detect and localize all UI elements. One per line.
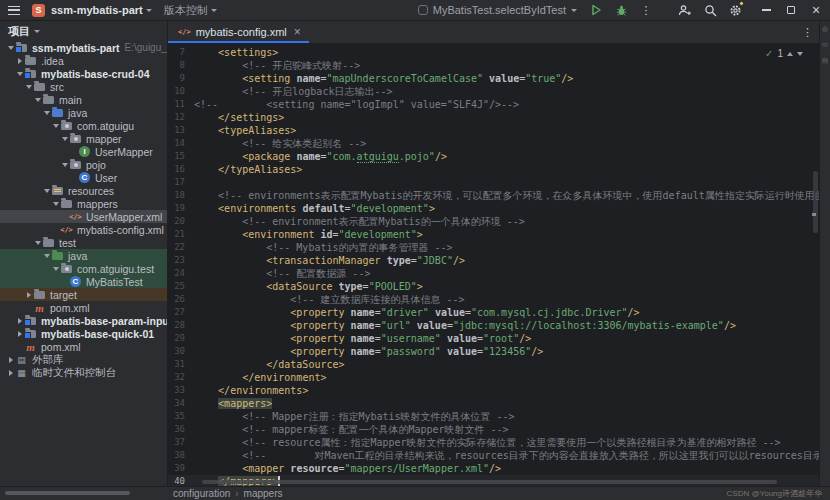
line-number[interactable]: 18 [168,189,194,202]
code-line-10[interactable]: 10 <!-- 开启logback日志输出--> [168,85,819,98]
code-line-15[interactable]: 15 <package name="com.atguigu.pojo"/> [168,150,819,163]
line-number[interactable]: 29 [168,332,194,345]
tree-item-usermapper.xml[interactable]: </>UserMapper.xml [0,210,167,223]
line-number[interactable]: 10 [168,85,194,98]
line-number[interactable]: 26 [168,293,194,306]
code-line-39[interactable]: 39 <mapper resource="mappers/UserMapper.… [168,462,819,475]
line-number[interactable]: 30 [168,345,194,358]
tree-item-user[interactable]: CUser [0,171,167,184]
breadcrumb-item-configuration[interactable]: configuration [173,488,230,499]
tree-item-mappers[interactable]: mappers [0,197,167,210]
tree-item-pom.xml[interactable]: mpom.xml [0,301,167,314]
tree-item-target[interactable]: target [0,288,167,301]
main-menu-icon[interactable] [8,6,20,15]
line-number[interactable]: 14 [168,137,194,150]
close-button[interactable]: × [808,2,824,18]
tab-mybatis-config-xml[interactable]: </> mybatis-config.xml × [168,21,309,43]
chevron-down-icon[interactable] [60,134,69,144]
line-number[interactable]: 33 [168,384,194,397]
editor-options-icon[interactable]: ⋮ [802,26,813,39]
chevron-down-icon[interactable] [60,160,69,170]
line-number[interactable]: 17 [168,176,194,189]
code-line-18[interactable]: 18 <!-- environments表示配置Mybatis的开发环境，可以配… [168,189,819,202]
chevron-right-icon[interactable] [24,292,33,298]
line-number[interactable]: 8 [168,59,194,72]
tree-item-src[interactable]: src [0,80,167,93]
chevron-down-icon[interactable] [42,186,51,196]
more-actions-icon[interactable]: ⋮ [638,2,654,18]
line-number[interactable]: 39 [168,462,194,475]
editor-horizontal-scrollbar[interactable] [202,480,777,484]
tree-item-java[interactable]: java [0,106,167,119]
chevron-down-icon[interactable] [33,95,42,105]
chevron-down-icon[interactable] [51,121,60,131]
line-number[interactable]: 22 [168,241,194,254]
code-line-19[interactable]: 19 <environments default="development"> [168,202,819,215]
line-number[interactable]: 32 [168,371,194,384]
chevron-down-icon[interactable] [146,9,152,15]
code-line-13[interactable]: 13 <typeAliases> [168,124,819,137]
code-with-me-icon[interactable] [677,2,693,18]
line-number[interactable]: 21 [168,228,194,241]
settings-gear-icon[interactable] [727,2,743,18]
project-panel-horizontal-scrollbar[interactable] [5,491,130,495]
tree-item-ssm-mybatis-part[interactable]: ssm-mybatis-partE:\guigu_code\ssm-m [0,41,167,54]
tree-item--[interactable]: ▦临时文件和控制台 [0,366,167,379]
code-line-33[interactable]: 33 </environments> [168,384,819,397]
run-configuration-selector[interactable]: MyBatisTest.selectByIdTest [418,4,577,16]
tree-item-com.atguigu[interactable]: com.atguigu [0,119,167,132]
tree-item-mybatis-base-param-input-02[interactable]: mybatis-base-param-input-02 [0,314,167,327]
notifications-icon[interactable]: ◍ [822,25,828,32]
code-line-12[interactable]: 12 </settings> [168,111,819,124]
chevron-down-icon[interactable] [33,238,42,248]
line-number[interactable]: 24 [168,267,194,280]
chevron-down-icon[interactable] [211,9,217,15]
code-line-32[interactable]: 32 </environment> [168,371,819,384]
code-line-17[interactable]: 17 [168,176,819,189]
line-number[interactable]: 7 [168,46,194,59]
project-panel-header[interactable]: 项目 [0,21,167,41]
chevron-down-icon[interactable] [42,251,51,261]
chevron-down-icon[interactable] [15,69,24,79]
code-line-38[interactable]: 38 <!-- 对Maven工程的目录结构来说，resources目录下的内容会… [168,449,819,462]
tree-item-java[interactable]: java [0,249,167,262]
code-line-37[interactable]: 37 <!-- resource属性：指定Mapper映射文件的实际存储位置，这… [168,436,819,449]
line-number[interactable]: 16 [168,163,194,176]
tree-item-mapper[interactable]: mapper [0,132,167,145]
tree-item-mybatis-config.xml[interactable]: </>mybatis-config.xml [0,223,167,236]
line-number[interactable]: 13 [168,124,194,137]
tree-item-com.atguigu.test[interactable]: com.atguigu.test [0,262,167,275]
run-button[interactable] [588,2,604,18]
code-line-11[interactable]: 11<!-- <setting name="logImpl" value="SL… [168,98,819,111]
next-problem-icon[interactable] [797,52,803,59]
chevron-right-icon[interactable] [6,357,15,363]
line-number[interactable]: 23 [168,254,194,267]
code-line-34[interactable]: 34 <mappers> [168,397,819,410]
minimize-button[interactable] [758,2,774,18]
code-line-20[interactable]: 20 <!-- environment表示配置Mybatis的一个具体的环境 -… [168,215,819,228]
tree-item-resources[interactable]: resources [0,184,167,197]
tree-item-pojo[interactable]: pojo [0,158,167,171]
chevron-down-icon[interactable] [24,82,33,92]
code-line-16[interactable]: 16 </typeAliases> [168,163,819,176]
code-line-31[interactable]: 31 </dataSource> [168,358,819,371]
tree-item-.idea[interactable]: .idea [0,54,167,67]
line-number[interactable]: 9 [168,72,194,85]
code-line-14[interactable]: 14 <!-- 给实体类起别名 --> [168,137,819,150]
line-number[interactable]: 37 [168,436,194,449]
inspections-widget[interactable]: ✓ 1 [765,48,803,59]
code-line-8[interactable]: 8 <!-- 开启驼峰式映射--> [168,59,819,72]
line-number[interactable]: 31 [168,358,194,371]
tree-item-mybatis-base-quick-01[interactable]: mybatis-base-quick-01 [0,327,167,340]
chevron-right-icon[interactable] [15,58,24,64]
line-number[interactable]: 12 [168,111,194,124]
tree-item-pom.xml[interactable]: mpom.xml [0,340,167,353]
code-line-26[interactable]: 26 <!-- 建立数据库连接的具体信息 --> [168,293,819,306]
line-number[interactable]: 25 [168,280,194,293]
code-line-27[interactable]: 27 <property name="driver" value="com.my… [168,306,819,319]
code-line-28[interactable]: 28 <property name="url" value="jdbc:mysq… [168,319,819,332]
code-line-7[interactable]: 7 <settings> [168,46,819,59]
tree-item-test[interactable]: test [0,236,167,249]
code-line-36[interactable]: 36 <!-- mapper标签：配置一个具体的Mapper映射文件 --> [168,423,819,436]
previous-problem-icon[interactable] [787,49,793,56]
